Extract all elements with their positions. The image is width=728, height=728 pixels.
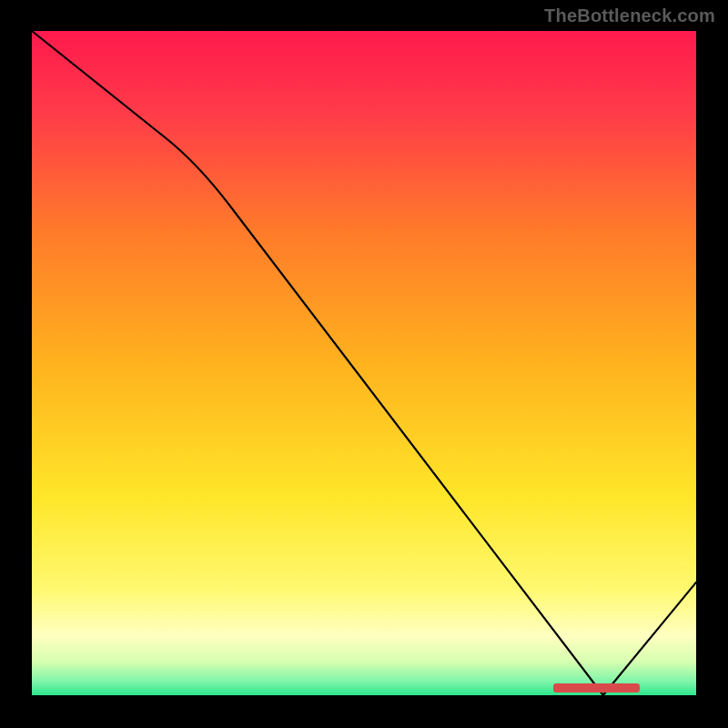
frame-right (696, 0, 728, 728)
frame-left (0, 0, 32, 728)
plot-background (32, 31, 696, 695)
frame-bottom (0, 695, 728, 728)
marker-bar (553, 683, 640, 693)
chart-svg (0, 0, 728, 728)
watermark-text: TheBottleneck.com (544, 5, 715, 26)
